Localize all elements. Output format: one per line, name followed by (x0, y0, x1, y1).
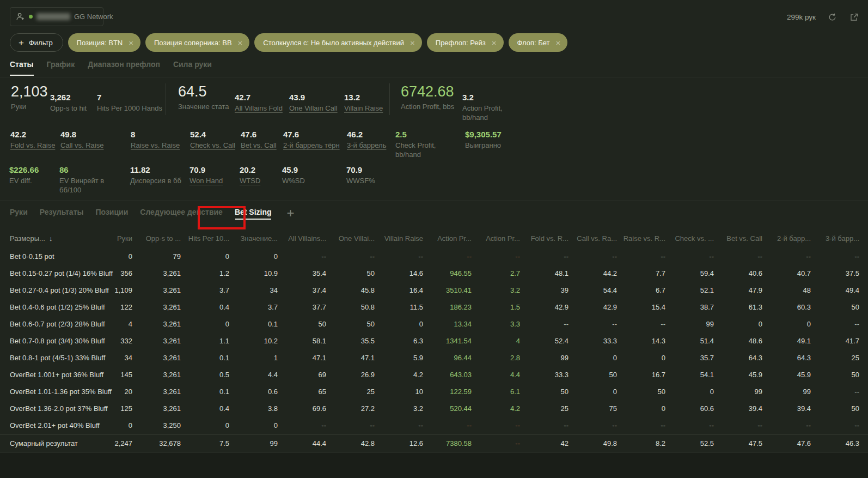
report-tab[interactable]: Позиции (95, 208, 128, 222)
table-row[interactable]: OverBet 1.36-2.0 pot 37% Bluff1253,2610.… (0, 400, 868, 417)
stat-label[interactable]: Won Hand (190, 177, 223, 186)
stat-label[interactable]: Villain Raise (344, 104, 383, 113)
table-row[interactable]: Bet 0.8-1 pot (4/5-1) 33% Bluff343,2610.… (0, 349, 868, 366)
column-header[interactable]: Villain Raise (375, 234, 423, 243)
column-header[interactable]: Bet vs. Call (714, 234, 762, 243)
stat-label[interactable]: All Villains Fold (235, 104, 283, 113)
stat-label[interactable]: Raise vs. Raise (131, 141, 180, 150)
add-tab-icon[interactable]: + (287, 208, 295, 219)
cell-value: -- (811, 421, 859, 429)
column-header[interactable]: 2-й барр... (762, 234, 811, 243)
row-label: Сумарный результат (0, 439, 87, 447)
cell-value: 4.2 (375, 371, 423, 379)
filter-chip[interactable]: Позиция соперника: BB× (145, 33, 249, 52)
stat-item: 43.9One Villain Call (289, 93, 338, 113)
stat-item: 13.2Villain Raise (344, 93, 383, 113)
stat-label: Дисперсия в бб (130, 177, 181, 186)
column-header[interactable]: Значение... (229, 234, 278, 243)
filter-chip[interactable]: Столкнулся с: Не было активных действий× (254, 33, 421, 52)
stat-label[interactable]: Bet vs. Call (241, 141, 277, 150)
report-tab[interactable]: Руки (10, 208, 28, 222)
table-row[interactable]: Bet 0.6-0.7 pot (2/3) 28% Bluff43,26100.… (0, 316, 868, 332)
close-icon[interactable]: × (556, 39, 561, 47)
column-header-sizes[interactable]: Размеры...↓ (0, 234, 87, 243)
filter-chip[interactable]: Позиция: BTN× (68, 33, 140, 52)
stat-label[interactable]: 3-й баррель (347, 141, 386, 150)
report-tab[interactable]: Следующее действие (140, 208, 223, 222)
stat-label[interactable]: Fold vs. Raise (10, 141, 55, 150)
stat-value: $226.66 (9, 165, 39, 174)
column-header[interactable]: Opp-s to ... (132, 234, 181, 243)
close-icon[interactable]: × (410, 39, 415, 47)
cell-value: 0 (229, 421, 278, 429)
table-row[interactable]: Bet 0.4-0.6 pot (1/2) 25% Bluff1223,2610… (0, 299, 868, 316)
cell-value: 99 (229, 439, 278, 447)
stat-label: EV Винрейт в бб/100 (59, 177, 116, 195)
main-tab[interactable]: График (47, 60, 75, 76)
cell-value: 50 (811, 404, 859, 413)
cell-value: -- (520, 421, 569, 429)
column-header[interactable]: Руки (87, 234, 132, 243)
close-icon[interactable]: × (238, 39, 243, 47)
stat-item: 64.5Значение стата (178, 83, 229, 112)
stat-label[interactable]: One Villain Call (289, 104, 338, 113)
main-tab[interactable]: Диапазон префлоп (88, 60, 160, 76)
cell-value: 3,261 (132, 388, 181, 396)
cell-value: 45.8 (326, 286, 375, 294)
hands-total: 299k рук (787, 13, 816, 21)
cell-value: 3,261 (132, 320, 181, 328)
column-header[interactable]: Fold vs. R... (520, 234, 569, 243)
column-header[interactable]: 3-й барр... (811, 234, 859, 243)
stat-label[interactable]: Check vs. Call (190, 141, 235, 150)
cell-value: -- (811, 388, 859, 396)
cell-value: 0 (617, 404, 665, 413)
column-header[interactable]: Check vs. ... (665, 234, 714, 243)
filter-chip[interactable]: Префлоп: Рейз× (427, 33, 504, 52)
plus-icon: + (19, 38, 24, 47)
table-row[interactable]: OverBet 1.001+ pot 36% Bluff1453,2610.54… (0, 366, 868, 383)
sort-descending-icon[interactable]: ↓ (49, 234, 53, 243)
table-row[interactable]: OverBet 1.01-1.36 pot 35% Bluff203,2610.… (0, 383, 868, 400)
column-header[interactable]: Action Pr... (423, 234, 472, 243)
refresh-icon[interactable] (827, 11, 838, 22)
table-row[interactable]: OverBet 2.01+ pot 40% Bluff03,25000-----… (0, 417, 868, 434)
table-row[interactable]: Bet 0.15-0.27 pot (1/4) 16% Bluff3563,26… (0, 265, 868, 282)
main-tab[interactable]: Сила руки (173, 60, 212, 76)
column-header[interactable]: Action Pr... (472, 234, 520, 243)
column-header[interactable]: All Villains... (278, 234, 326, 243)
open-in-window-icon[interactable] (848, 11, 859, 22)
table-row[interactable]: Bet 0.7-0.8 pot (3/4) 30% Bluff3323,2611… (0, 332, 868, 349)
stat-item: 42.7All Villains Fold (235, 93, 283, 113)
table-row[interactable]: Bet 0.27-0.4 pot (1/3) 20% Bluff1,1093,2… (0, 282, 868, 299)
stat-value: 47.6 (283, 130, 340, 139)
stat-value: 2.5 (395, 130, 447, 139)
filter-chip[interactable]: Флоп: Бет× (509, 33, 568, 52)
cell-value: -- (520, 320, 569, 328)
summary-row[interactable]: Сумарный результат2,24732,6787.59944.442… (0, 434, 868, 452)
main-tab[interactable]: Статы (10, 60, 34, 76)
close-icon[interactable]: × (129, 39, 133, 47)
cell-value: -- (617, 421, 665, 429)
add-filter-button[interactable]: + Фильтр (10, 33, 63, 52)
cell-value: 69.6 (278, 404, 326, 413)
cell-value: -- (811, 320, 859, 328)
column-header[interactable]: Raise vs. R... (617, 234, 665, 243)
column-header[interactable]: One Villai... (326, 234, 375, 243)
report-tab[interactable]: Результаты (40, 208, 84, 222)
stat-label[interactable]: WTSD (240, 177, 260, 186)
stat-label: Action Profit, bb/hand (462, 104, 512, 123)
cell-value: -- (375, 252, 423, 261)
stat-label[interactable]: Call vs. Raise (60, 141, 103, 150)
stat-label[interactable]: 2-й баррель тёрн (283, 141, 340, 150)
table-row[interactable]: Bet 0-0.15 pot07900---------------------… (0, 248, 868, 265)
report-tab[interactable]: Bet Sizing (235, 208, 272, 222)
stat-value: 46.2 (347, 130, 386, 139)
column-header[interactable]: Call vs. Ra... (569, 234, 617, 243)
cell-value: 58.1 (278, 337, 326, 345)
player-selector[interactable]: GG Network (10, 7, 103, 26)
cell-value: 47.5 (714, 439, 762, 447)
close-icon[interactable]: × (492, 39, 497, 47)
column-header[interactable]: Hits Per 10... (181, 234, 229, 243)
cell-value: 39.4 (762, 404, 811, 413)
cell-value: 15.4 (617, 303, 665, 311)
